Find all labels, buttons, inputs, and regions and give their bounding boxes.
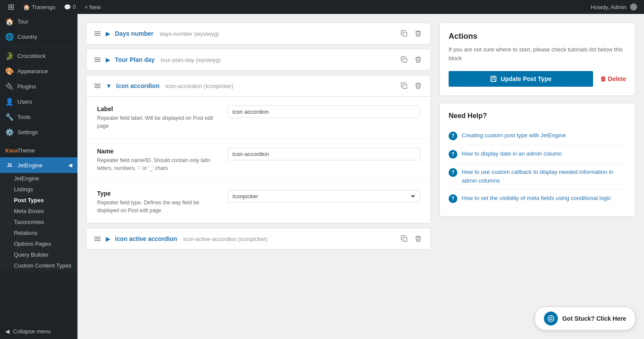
appearance-icon: 🎨 xyxy=(5,67,14,75)
label-field-title: Label xyxy=(97,105,219,112)
field-slug-days-number: days-number (wysiwyg) xyxy=(160,31,219,37)
sidebar-item-crocoblock[interactable]: 🐊 Crocoblock xyxy=(0,48,77,64)
main-content: ▶ Days number days-number (wysiwyg) xyxy=(86,23,431,330)
submenu-item-meta-boxes[interactable]: Meta Boxes xyxy=(0,206,77,217)
help-link-1[interactable]: ? How to display date in an admin column xyxy=(449,145,626,163)
sidebar-item-label-plugins: Plugins xyxy=(17,83,36,90)
drag-handle-icon-accordion[interactable] xyxy=(94,83,101,89)
type-select[interactable]: Iconpicker Text Textarea WYSIWYG Select … xyxy=(228,190,420,203)
sidebar-item-jetengine[interactable]: JE JetEngine ◀ xyxy=(0,157,77,173)
field-slug-tour-plan-day: tour-plan-day (wysiwyg) xyxy=(161,57,221,63)
chevron-btn-tour-plan-day[interactable]: ▶ xyxy=(106,56,111,63)
help-title: Need Help? xyxy=(449,112,626,120)
site-name: Travengo xyxy=(32,4,55,10)
type-input-col: Iconpicker Text Textarea WYSIWYG Select … xyxy=(228,190,420,203)
field-row-name: Name Repeater field name/ID. Should cont… xyxy=(87,139,430,181)
sidebar-item-label-users: Users xyxy=(17,98,32,105)
delete-btn-days-number[interactable] xyxy=(413,28,423,39)
delete-link[interactable]: 🗑 Delete xyxy=(600,75,626,82)
field-card-days-number: ▶ Days number days-number (wysiwyg) xyxy=(86,23,431,44)
got-stuck-button[interactable]: Got Stuck? Click Here xyxy=(535,307,635,330)
crocoblock-icon: 🐊 xyxy=(5,52,14,60)
drag-handle-icon-active-accordion[interactable] xyxy=(94,236,101,242)
sidebar-item-label-jetengine: JetEngine xyxy=(17,162,43,169)
field-title-days-number: Days number xyxy=(115,30,154,37)
copy-btn-icon-active-accordion[interactable] xyxy=(399,234,409,244)
content-area: ▶ Days number days-number (wysiwyg) xyxy=(77,14,644,339)
sidebar-sep-2 xyxy=(0,142,77,142)
field-row-type: Type Repeater field type. Defines the wa… xyxy=(87,181,430,223)
help-link-2[interactable]: ? How to use custom callback to display … xyxy=(449,163,626,190)
submenu-item-options-pages[interactable]: Options Pages xyxy=(0,238,77,249)
field-title-icon-active-accordion: icon active accordion xyxy=(115,235,177,242)
svg-rect-1 xyxy=(403,58,407,62)
save-icon xyxy=(490,75,497,82)
sidebar-item-country[interactable]: 🌐 Country xyxy=(0,29,77,44)
svg-point-7 xyxy=(548,315,554,322)
chevron-btn-icon-active-accordion[interactable]: ▶ xyxy=(106,235,111,242)
copy-btn-tour-plan-day[interactable] xyxy=(399,54,409,65)
new-label: + New xyxy=(84,4,101,10)
name-field-title: Name xyxy=(97,148,219,155)
submenu-item-relations[interactable]: Relations xyxy=(0,227,77,238)
sidebar-item-tools[interactable]: 🔧 Tools xyxy=(0,109,77,125)
right-sidebar: Actions If you are not sure where to sta… xyxy=(439,23,635,330)
sidebar-item-kava-theme[interactable]: Kava Theme xyxy=(0,144,77,157)
help-box: Need Help? ? Creating custom post type w… xyxy=(439,103,635,217)
howdy-text: Howdy, Admin xyxy=(591,4,627,10)
help-link-0[interactable]: ? Creating custom post type with JetEngi… xyxy=(449,127,626,145)
field-card-header-icon-accordion[interactable]: ▼ icon accordion icon-accordion (iconpic… xyxy=(87,75,430,96)
sidebar-item-tour[interactable]: 🏠 Tour xyxy=(0,14,77,29)
sidebar-item-users[interactable]: 👤 Users xyxy=(0,94,77,109)
sidebar-item-settings[interactable]: ⚙️ Settings xyxy=(0,125,77,140)
field-card-header-days-number[interactable]: ▶ Days number days-number (wysiwyg) xyxy=(87,23,430,44)
submenu-item-post-types[interactable]: Post Types xyxy=(0,195,77,206)
submenu-item-jetengine[interactable]: JetEngine xyxy=(0,173,77,184)
field-card-header-tour-plan-day[interactable]: ▶ Tour Plan day tour-plan-day (wysiwyg) xyxy=(87,49,430,70)
submenu-item-query-builder[interactable]: Query Builder xyxy=(0,249,77,260)
delete-btn-icon-active-accordion[interactable] xyxy=(413,234,423,244)
sidebar-item-appearance[interactable]: 🎨 Appearance xyxy=(0,64,77,79)
delete-btn-tour-plan-day[interactable] xyxy=(413,54,423,65)
name-field-desc: Repeater field name/ID. Should contain o… xyxy=(97,156,219,172)
help-icon-0: ? xyxy=(449,132,457,140)
copy-icon xyxy=(401,235,408,242)
copy-icon xyxy=(401,30,408,37)
admin-bar: ⊞ 🏠 Travengo 💬 0 + New Howdy, Admin xyxy=(0,0,644,14)
drag-handle-days-number[interactable] xyxy=(94,31,101,37)
submenu-item-custom-content-types[interactable]: Custom Content Types xyxy=(0,260,77,271)
copy-btn-icon-accordion[interactable] xyxy=(399,81,409,91)
field-card-header-icon-active-accordion[interactable]: ▶ icon active accordion icon-active-acco… xyxy=(87,228,430,249)
submenu-item-taxonomies[interactable]: Taxonomies xyxy=(0,217,77,227)
new-item[interactable]: + New xyxy=(80,0,105,14)
help-link-text-2: How to use custom callback to display ne… xyxy=(462,168,626,185)
field-card-actions-days-number xyxy=(399,28,423,39)
sidebar-item-label-tools: Tools xyxy=(17,114,30,120)
sidebar-item-label-tour: Tour xyxy=(17,18,28,25)
help-link-text-3: How to set the visibility of meta fields… xyxy=(462,194,611,203)
trash-icon xyxy=(415,56,422,63)
site-name-item[interactable]: 🏠 Travengo xyxy=(19,0,60,14)
drag-handle-tour-plan-day[interactable] xyxy=(94,57,101,63)
label-input[interactable] xyxy=(228,105,420,118)
submenu-item-listings[interactable]: Listings xyxy=(0,184,77,195)
chevron-btn-days-number[interactable]: ▶ xyxy=(106,30,111,37)
notifications-item[interactable]: 💬 0 xyxy=(60,0,80,14)
field-card-icon-accordion: ▼ icon accordion icon-accordion (iconpic… xyxy=(86,75,431,224)
field-body-icon-accordion: Label Repeater field label. Will be disp… xyxy=(87,96,430,223)
sidebar-submenu: JetEngine Listings Post Types Meta Boxes… xyxy=(0,173,77,271)
help-icon-2: ? xyxy=(449,168,457,177)
sidebar-item-label-appearance: Appearance xyxy=(17,68,48,75)
trash-icon xyxy=(415,235,422,242)
chevron-btn-icon-accordion[interactable]: ▼ xyxy=(106,82,112,89)
wp-logo-item[interactable]: ⊞ xyxy=(3,0,19,14)
copy-btn-days-number[interactable] xyxy=(399,28,409,39)
delete-btn-icon-accordion[interactable] xyxy=(413,81,423,91)
collapse-menu[interactable]: ◀ Collapse menu xyxy=(0,324,77,339)
svg-rect-2 xyxy=(403,85,407,88)
update-post-type-button[interactable]: Update Post Type xyxy=(449,71,593,87)
help-link-3[interactable]: ? How to set the visibility of meta fiel… xyxy=(449,190,626,207)
tour-icon: 🏠 xyxy=(5,17,14,26)
name-input[interactable] xyxy=(228,148,420,160)
sidebar-item-plugins[interactable]: 🔌 Plugins xyxy=(0,79,77,94)
